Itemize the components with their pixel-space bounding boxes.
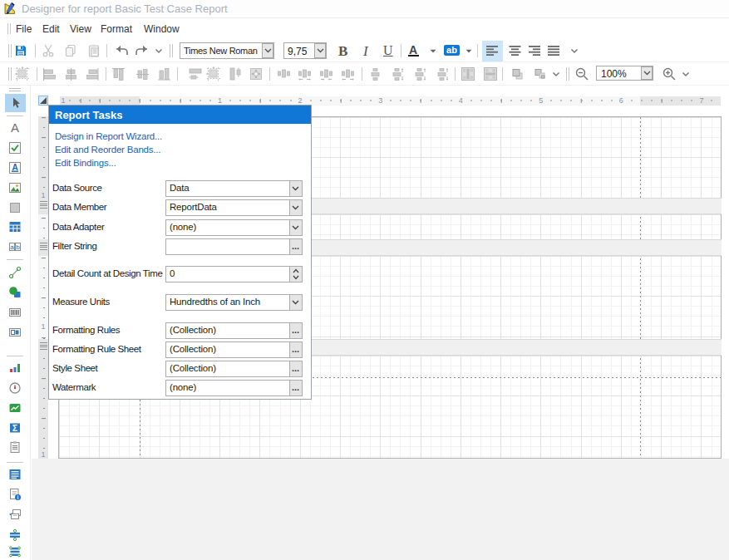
svg-text:Σ: Σ: [12, 424, 17, 433]
svg-text:a: a: [10, 243, 14, 251]
svg-text:A: A: [12, 163, 17, 172]
svg-text:i: i: [17, 494, 19, 500]
svg-text:b: b: [16, 243, 20, 251]
svg-text:A: A: [11, 121, 19, 135]
